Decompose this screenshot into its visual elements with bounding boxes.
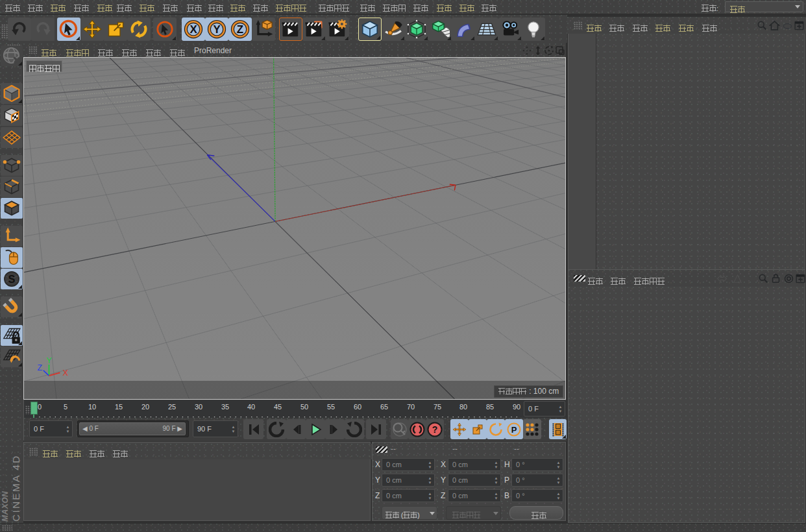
svg-text:X: X	[63, 369, 69, 378]
svg-text:Y: Y	[213, 23, 220, 36]
svg-text:?: ?	[432, 424, 438, 435]
svg-text:Z: Z	[38, 363, 43, 372]
svg-text:Y: Y	[47, 356, 53, 365]
svg-text:P: P	[511, 424, 517, 434]
svg-text:S: S	[8, 273, 16, 285]
svg-text:Z: Z	[237, 23, 243, 36]
svg-text:X: X	[189, 23, 197, 36]
